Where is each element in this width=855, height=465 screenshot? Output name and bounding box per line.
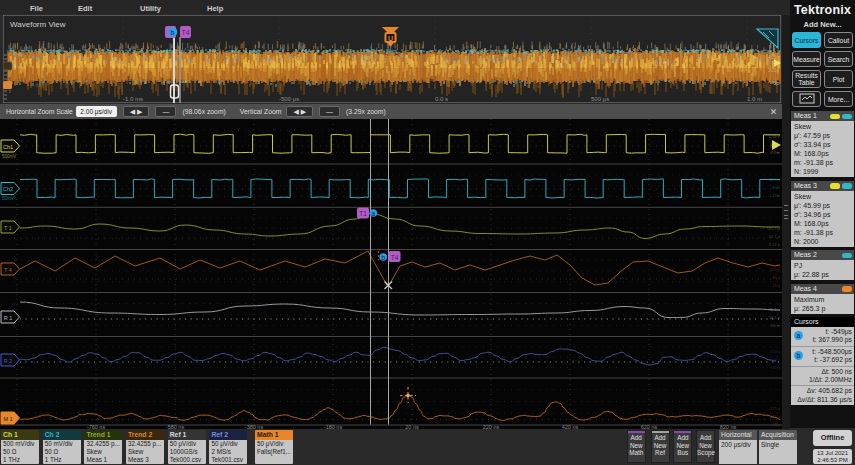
svg-text:76.1 u: 76.1 u xyxy=(769,307,780,312)
svg-text:150 u: 150 u xyxy=(770,349,780,354)
svg-text:M 1: M 1 xyxy=(3,416,12,422)
svg-text:T4: T4 xyxy=(391,254,399,261)
svg-text:690m: 690m xyxy=(770,142,781,147)
svg-text:b: b xyxy=(381,254,385,261)
svg-text:19m: 19m xyxy=(772,193,780,198)
svg-text:65.1 p: 65.1 p xyxy=(769,234,781,239)
svg-text:T1: T1 xyxy=(359,210,367,217)
svg-text:271 u: 271 u xyxy=(770,406,780,411)
svg-text:Ch2: Ch2 xyxy=(3,186,13,192)
svg-text:R 2: R 2 xyxy=(4,358,13,364)
svg-text:5.16 p: 5.16 p xyxy=(769,242,781,247)
svg-text:b: b xyxy=(171,29,175,36)
svg-text:500mV: 500mV xyxy=(2,154,16,159)
svg-text:R 1: R 1 xyxy=(4,315,13,321)
svg-text:69m: 69m xyxy=(772,185,780,190)
svg-text:T4: T4 xyxy=(181,29,189,36)
svg-text:-49 u: -49 u xyxy=(771,365,780,370)
svg-text:-94 m: -94 m xyxy=(770,323,781,328)
svg-text:U: U xyxy=(388,35,393,42)
svg-text:85 p: 85 p xyxy=(772,275,781,280)
svg-text:50mV: 50mV xyxy=(2,196,14,201)
svg-text:-500 μs: -500 μs xyxy=(279,96,299,102)
svg-text:71 u: 71 u xyxy=(772,422,780,427)
svg-text:1.0 m: 1.0 m xyxy=(747,96,762,102)
svg-text:56.1 u: 56.1 u xyxy=(769,315,780,320)
svg-text:145 p: 145 p xyxy=(770,267,781,272)
svg-text:195m: 195m xyxy=(770,150,781,155)
svg-text:205p: 205p xyxy=(768,67,779,73)
svg-text:171 u: 171 u xyxy=(770,414,780,419)
svg-text:500 μs: 500 μs xyxy=(591,96,609,102)
svg-text:5p: 5p xyxy=(773,80,779,86)
svg-text:50 u: 50 u xyxy=(772,357,780,362)
svg-text:-1.0 ms: -1.0 ms xyxy=(123,96,143,102)
svg-text:1.19 V: 1.19 V xyxy=(768,134,780,139)
svg-text:405p: 405p xyxy=(768,54,779,60)
svg-text:119 m: 119 m xyxy=(769,177,780,182)
svg-text:0.0 s: 0.0 s xyxy=(435,96,448,102)
svg-text:a: a xyxy=(371,210,375,217)
svg-text:T 4: T 4 xyxy=(4,267,12,273)
svg-text:Ch1: Ch1 xyxy=(3,144,13,150)
svg-text:125.1 p: 125.1 p xyxy=(767,226,781,231)
svg-text:T 1: T 1 xyxy=(4,225,12,231)
svg-text:Waveform View: Waveform View xyxy=(10,20,66,29)
svg-text:25 p: 25 p xyxy=(772,283,781,288)
